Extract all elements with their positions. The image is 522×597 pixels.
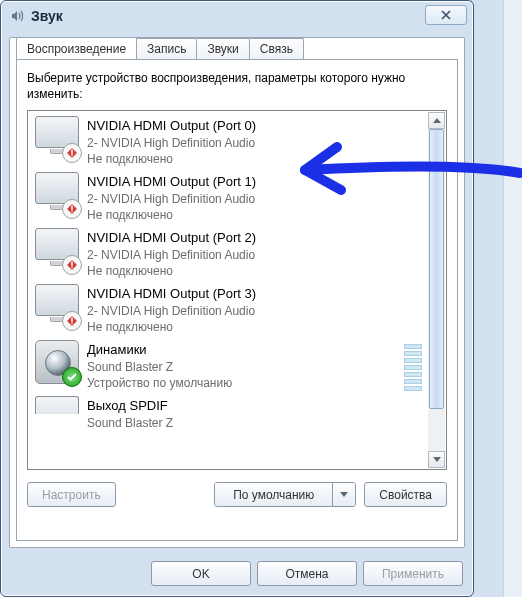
speaker-device-icon: [35, 340, 79, 384]
device-name: Выход SPDIF: [87, 397, 422, 415]
device-desc: Sound Blaster Z: [87, 359, 400, 375]
instruction-text: Выберите устройство воспроизведения, пар…: [27, 70, 447, 102]
set-default-button[interactable]: По умолчанию: [215, 483, 333, 506]
monitor-icon: [35, 228, 79, 272]
list-scrollbar[interactable]: [428, 112, 445, 468]
device-name: NVIDIA HDMI Output (Port 3): [87, 285, 422, 303]
error-badge-icon: [62, 143, 82, 163]
device-desc: 2- NVIDIA High Definition Audio: [87, 191, 422, 207]
monitor-icon: [35, 172, 79, 216]
tab-playback[interactable]: Воспроизведение: [16, 37, 137, 59]
set-default-dropdown[interactable]: [333, 483, 355, 506]
monitor-icon: [35, 116, 79, 160]
ok-button[interactable]: OK: [151, 561, 251, 586]
device-desc: Sound Blaster Z: [87, 415, 422, 431]
device-item[interactable]: Динамики Sound Blaster Z Устройство по у…: [29, 336, 428, 392]
chevron-down-icon: [340, 492, 348, 497]
sound-dialog: Звук Воспроизведение Запись Звуки Связь …: [0, 0, 474, 597]
device-status: Не подключено: [87, 207, 422, 223]
chevron-down-icon: [433, 457, 441, 462]
level-meter: [404, 344, 422, 391]
chevron-up-icon: [433, 118, 441, 123]
tab-recording[interactable]: Запись: [136, 38, 197, 60]
device-name: Динамики: [87, 341, 400, 359]
error-badge-icon: [62, 199, 82, 219]
device-status: Не подключено: [87, 319, 422, 335]
device-item[interactable]: NVIDIA HDMI Output (Port 1) 2- NVIDIA Hi…: [29, 168, 428, 224]
scroll-track[interactable]: [428, 129, 445, 451]
outer-scrollbar[interactable]: [503, 0, 522, 597]
device-desc: 2- NVIDIA High Definition Audio: [87, 247, 422, 263]
device-item[interactable]: NVIDIA HDMI Output (Port 2) 2- NVIDIA Hi…: [29, 224, 428, 280]
scroll-down-button[interactable]: [428, 451, 445, 468]
device-desc: 2- NVIDIA High Definition Audio: [87, 303, 422, 319]
configure-button[interactable]: Настроить: [27, 482, 116, 507]
apply-button[interactable]: Применить: [363, 561, 463, 586]
cancel-button[interactable]: Отмена: [257, 561, 357, 586]
error-badge-icon: [62, 311, 82, 331]
device-item[interactable]: NVIDIA HDMI Output (Port 0) 2- NVIDIA Hi…: [29, 112, 428, 168]
scroll-thumb[interactable]: [429, 129, 444, 409]
tab-communications[interactable]: Связь: [249, 38, 304, 60]
device-item[interactable]: NVIDIA HDMI Output (Port 3) 2- NVIDIA Hi…: [29, 280, 428, 336]
device-status: Не подключено: [87, 263, 422, 279]
device-status: Не подключено: [87, 151, 422, 167]
titlebar[interactable]: Звук: [1, 1, 473, 31]
window-title: Звук: [31, 8, 63, 24]
device-name: NVIDIA HDMI Output (Port 0): [87, 117, 422, 135]
properties-button[interactable]: Свойства: [364, 482, 447, 507]
tab-body-playback: Выберите устройство воспроизведения, пар…: [16, 59, 458, 541]
tab-sounds[interactable]: Звуки: [196, 38, 249, 60]
digital-out-icon: [35, 396, 79, 418]
close-button[interactable]: [425, 5, 467, 25]
device-name: NVIDIA HDMI Output (Port 2): [87, 229, 422, 247]
device-list[interactable]: NVIDIA HDMI Output (Port 0) 2- NVIDIA Hi…: [27, 110, 447, 470]
device-status: Устройство по умолчанию: [87, 375, 400, 391]
default-badge-icon: [62, 367, 82, 387]
error-badge-icon: [62, 255, 82, 275]
speaker-icon: [9, 8, 25, 24]
scroll-up-button[interactable]: [428, 112, 445, 129]
device-desc: 2- NVIDIA High Definition Audio: [87, 135, 422, 151]
set-default-split-button[interactable]: По умолчанию: [214, 482, 356, 507]
device-name: NVIDIA HDMI Output (Port 1): [87, 173, 422, 191]
monitor-icon: [35, 284, 79, 328]
tab-sheet: Воспроизведение Запись Звуки Связь Выбер…: [9, 37, 465, 548]
device-item[interactable]: Выход SPDIF Sound Blaster Z: [29, 392, 428, 422]
tab-strip: Воспроизведение Запись Звуки Связь: [16, 37, 303, 59]
